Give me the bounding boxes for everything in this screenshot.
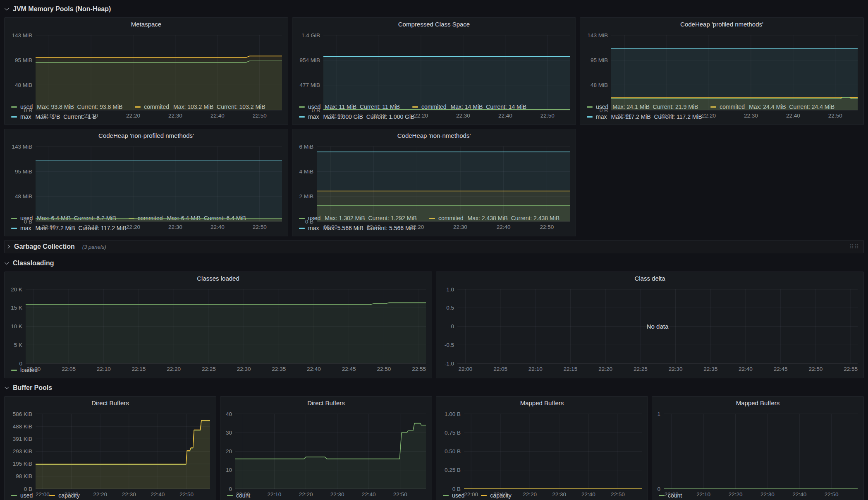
panel-classes-loaded: Classes loaded 05 K10 K15 K20 K22:0022:0… [4,272,432,378]
time-series-plot[interactable]: 0 B477 MiB954 MiB1.4 GiB22:0022:1022:202… [295,31,571,100]
svg-text:0: 0 [229,486,232,492]
svg-text:22:50: 22:50 [253,224,267,230]
svg-text:22:10: 22:10 [528,366,543,372]
panel-title[interactable]: Compressed Class Space [292,18,576,31]
time-series-plot[interactable]: 0122:0022:1022:2022:3022:4022:50 [655,410,858,489]
drag-handle-icon[interactable]: ⠿⠿ [849,243,859,250]
panel-title[interactable]: Mapped Buffers [436,397,648,410]
svg-text:22:50: 22:50 [377,366,391,372]
panel-codeheap-profiled: CodeHeap 'profiled nmethods' 0 B48 MiB95… [580,17,864,125]
panel-codeheap-nonprofiled: CodeHeap 'non-profiled nmethods' 0 B48 M… [4,129,288,236]
svg-text:0 B: 0 B [305,219,313,225]
svg-text:4 MiB: 4 MiB [299,168,313,175]
panel-title[interactable]: Mapped Buffers [652,397,863,410]
time-series-plot[interactable]: 0 B48 MiB95 MiB143 MiB22:0022:1022:2022:… [7,142,283,212]
panel-title[interactable]: Metaspace [5,18,288,31]
panel-title[interactable]: Classes loaded [5,272,432,285]
svg-text:15 K: 15 K [11,305,22,311]
svg-text:22:30: 22:30 [669,366,683,372]
time-series-plot[interactable]: 0 B2 MiB4 MiB6 MiB22:0022:1022:2022:3022… [295,142,571,212]
section-header-buffer-pools[interactable]: Buffer Pools [5,382,864,394]
row-classloading: Classes loaded 05 K10 K15 K20 K22:0022:0… [4,272,864,378]
panel-title[interactable]: CodeHeap 'profiled nmethods' [580,18,863,31]
svg-text:22:40: 22:40 [210,224,225,230]
svg-text:22:20: 22:20 [702,113,716,119]
svg-text:0 B: 0 B [312,107,320,113]
svg-text:22:40: 22:40 [786,113,800,119]
panel-title[interactable]: CodeHeap 'non-profiled nmethods' [5,129,288,142]
section-header-classloading[interactable]: Classloading [5,257,864,269]
svg-text:22:45: 22:45 [342,366,356,372]
svg-text:0.75 B: 0.75 B [445,430,461,436]
svg-text:0: 0 [19,361,22,367]
time-series-plot[interactable]: 05 K10 K15 K20 K22:0022:0522:1022:1522:2… [7,285,427,363]
svg-text:22:10: 22:10 [84,224,98,230]
svg-text:22:00: 22:00 [323,224,337,230]
svg-text:22:00: 22:00 [42,113,56,119]
svg-text:22:00: 22:00 [617,113,631,119]
svg-text:22:50: 22:50 [179,491,194,498]
svg-text:22:20: 22:20 [410,224,424,230]
svg-text:0 B: 0 B [24,219,32,225]
svg-text:22:40: 22:40 [739,366,753,372]
svg-text:22:20: 22:20 [523,491,537,498]
svg-text:95 MiB: 95 MiB [591,57,608,63]
panel-title[interactable]: Direct Buffers [220,397,432,410]
svg-text:22:30: 22:30 [456,113,470,119]
svg-text:22:25: 22:25 [634,366,648,372]
panel-title[interactable]: CodeHeap 'non-nmethods' [292,129,576,142]
svg-text:22:20: 22:20 [93,491,107,498]
panel-metaspace: Metaspace 0 B48 MiB95 MiB143 MiB22:0022:… [4,17,288,125]
svg-text:22:00: 22:00 [458,366,472,372]
svg-text:22:10: 22:10 [660,113,674,119]
svg-text:22:50: 22:50 [393,491,407,498]
time-series-plot[interactable]: 01020304022:0022:1022:2022:3022:4022:50 [223,410,427,489]
svg-text:22:55: 22:55 [412,366,426,372]
svg-text:22:10: 22:10 [367,224,381,230]
svg-text:20: 20 [226,448,232,454]
svg-text:-1.0: -1.0 [445,361,454,367]
time-series-plot[interactable]: -1.0-0.500.51.022:0022:0522:1022:1522:20… [439,285,858,373]
panel-title[interactable]: Class delta [436,272,863,285]
svg-text:22:30: 22:30 [760,491,775,498]
svg-text:22:10: 22:10 [84,113,98,119]
svg-text:22:10: 22:10 [372,113,386,119]
svg-text:0: 0 [451,323,454,329]
svg-text:-0.5: -0.5 [445,342,454,348]
svg-text:22:50: 22:50 [540,113,555,119]
svg-text:22:00: 22:00 [36,491,50,498]
svg-text:488 KiB: 488 KiB [13,423,32,430]
svg-text:95 MiB: 95 MiB [15,168,32,175]
panel-codeheap-nonnmethods: CodeHeap 'non-nmethods' 0 B2 MiB4 MiB6 M… [292,129,576,236]
svg-text:22:50: 22:50 [808,366,823,372]
svg-text:22:30: 22:30 [552,491,566,498]
svg-text:22:10: 22:10 [97,366,111,372]
svg-text:22:00: 22:00 [464,491,478,498]
svg-text:22:30: 22:30 [330,491,344,498]
svg-text:10: 10 [226,467,232,473]
empty-cell [580,129,864,236]
svg-text:22:00: 22:00 [26,366,41,372]
svg-text:391 KiB: 391 KiB [13,436,32,442]
time-series-plot[interactable]: 0 B98 KiB195 KiB293 KiB391 KiB488 KiB586… [7,410,211,489]
legend [436,373,863,378]
time-series-plot[interactable]: 0 B48 MiB95 MiB143 MiB22:0022:1022:2022:… [7,31,283,100]
section-header-nonheap[interactable]: JVM Memory Pools (Non-Heap) [5,3,864,15]
svg-text:0.25 B: 0.25 B [445,467,461,473]
svg-text:1.0: 1.0 [446,286,454,293]
svg-text:586 KiB: 586 KiB [13,411,32,417]
row-nonheap-1: Metaspace 0 B48 MiB95 MiB143 MiB22:0022:… [4,17,864,125]
svg-text:22:35: 22:35 [703,366,717,372]
svg-text:22:40: 22:40 [362,491,376,498]
dashboard: JVM Memory Pools (Non-Heap) Metaspace 0 … [0,0,868,500]
time-series-plot[interactable]: 0 B48 MiB95 MiB143 MiB22:0022:1022:2022:… [583,31,858,100]
svg-text:22:50: 22:50 [611,491,625,498]
svg-text:22:40: 22:40 [581,491,595,498]
panel-title[interactable]: Direct Buffers [5,397,216,410]
svg-text:22:50: 22:50 [828,113,842,119]
row-garbage-collection[interactable]: Garbage Collection (3 panels) ⠿⠿ [4,240,864,253]
svg-text:143 MiB: 143 MiB [12,144,32,150]
svg-text:22:35: 22:35 [272,366,286,372]
svg-text:22:20: 22:20 [414,113,428,119]
time-series-plot[interactable]: 0 B0.25 B0.50 B0.75 B1.00 B22:0022:1022:… [439,410,643,489]
